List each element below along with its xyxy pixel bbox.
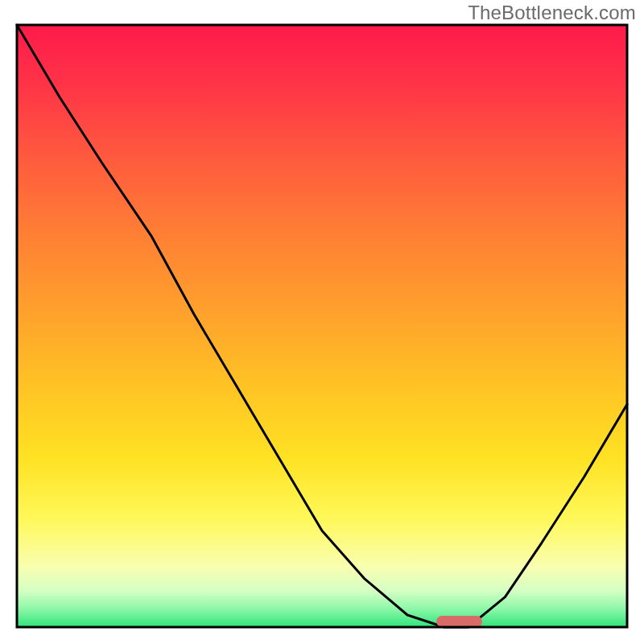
bottleneck-chart: TheBottleneck.com xyxy=(0,0,644,644)
watermark-label: TheBottleneck.com xyxy=(468,2,636,24)
chart-svg xyxy=(0,0,644,644)
plot-background xyxy=(17,25,627,627)
optimal-marker xyxy=(436,616,482,627)
optimal-marker-pill xyxy=(436,616,482,627)
